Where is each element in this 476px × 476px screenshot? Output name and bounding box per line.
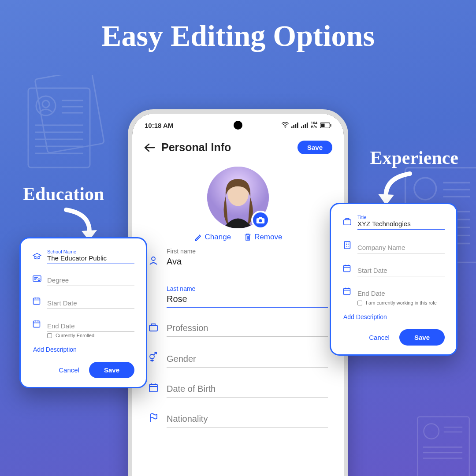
dob-field[interactable]: Date of Birth (148, 383, 328, 398)
briefcase-small-icon (342, 217, 352, 228)
school-value: The Educator Public (47, 254, 134, 262)
calendar-exp-end-icon (342, 287, 352, 298)
exp-save-button[interactable]: Save (399, 329, 445, 346)
last-name-label: Last name (167, 285, 328, 292)
exp-start-date-field[interactable]: Start Date (342, 264, 445, 276)
company-field[interactable]: Company Name (342, 240, 445, 253)
svg-rect-0 (35, 75, 104, 153)
phone-notch (234, 121, 242, 130)
briefcase-icon (148, 323, 160, 334)
svg-rect-53 (345, 242, 350, 249)
school-label: School Name (47, 249, 134, 254)
edu-start-date-field[interactable]: Start Date (32, 297, 134, 309)
callout-education: Education (23, 183, 104, 205)
wifi-icon (282, 122, 289, 128)
svg-rect-31 (293, 125, 294, 128)
svg-point-49 (38, 279, 40, 281)
trash-icon (244, 233, 251, 241)
school-name-field[interactable]: School NameThe Educator Public (32, 249, 134, 264)
graduate-icon (32, 253, 42, 262)
last-name-value: Rose (167, 294, 328, 305)
change-label: Change (205, 233, 231, 242)
edu-save-button[interactable]: Save (89, 362, 134, 378)
camera-icon (256, 216, 265, 224)
gender-placeholder: Gender (167, 354, 328, 364)
signal2-icon (301, 123, 308, 128)
svg-point-23 (424, 424, 439, 439)
working-checkbox[interactable] (357, 301, 362, 305)
svg-rect-52 (344, 219, 351, 225)
exp-add-description-link[interactable]: Add Description (343, 313, 445, 320)
exp-cancel-button[interactable]: Cancel (369, 334, 390, 341)
edu-end-placeholder: End Date (47, 322, 134, 330)
edu-add-description-link[interactable]: Add Description (33, 346, 134, 353)
status-time: 10:18 AM (145, 122, 173, 129)
screen-title: Personal Info (161, 141, 231, 154)
svg-rect-50 (33, 298, 40, 304)
svg-point-43 (259, 219, 262, 222)
svg-rect-51 (33, 321, 40, 327)
gender-field[interactable]: Gender (148, 352, 328, 368)
svg-rect-32 (295, 124, 297, 128)
pencil-icon (194, 233, 202, 241)
exp-start-placeholder: Start Date (357, 267, 445, 275)
svg-rect-34 (301, 126, 302, 128)
exp-end-date-field[interactable]: End Date (342, 287, 445, 299)
svg-point-44 (152, 257, 155, 260)
avatar-container (207, 167, 269, 228)
svg-rect-45 (149, 325, 157, 331)
first-name-field[interactable]: First nameAva (148, 248, 328, 270)
title-field[interactable]: TitleXYZ Technologies (342, 215, 445, 230)
title-label: Title (357, 215, 445, 220)
svg-rect-33 (297, 123, 298, 128)
signal-icon (291, 123, 298, 128)
svg-rect-55 (344, 288, 350, 294)
last-name-field[interactable]: Last nameRose (148, 285, 328, 308)
calendar-start-icon (32, 297, 42, 307)
nationality-placeholder: Nationality (167, 414, 328, 424)
calendar-exp-start-icon (342, 264, 352, 275)
calendar-end-icon (32, 320, 42, 330)
enrolled-label: Currently Enrolled (56, 333, 94, 338)
gender-icon (148, 352, 160, 365)
currently-enrolled-row[interactable]: Currently Enrolled (47, 333, 134, 338)
remove-label: Remove (254, 233, 282, 242)
currently-working-row[interactable]: I am currently working in this role (357, 300, 445, 305)
person-icon (148, 255, 160, 268)
svg-rect-35 (303, 125, 304, 128)
profession-field[interactable]: Profession (148, 323, 328, 337)
edu-start-placeholder: Start Date (47, 299, 134, 307)
degree-field[interactable]: Degree (32, 275, 134, 286)
first-name-label: First name (167, 248, 328, 255)
degree-placeholder: Degree (47, 276, 134, 284)
edu-cancel-button[interactable]: Cancel (59, 366, 79, 374)
battery-icon (320, 123, 331, 128)
back-icon[interactable] (144, 143, 155, 152)
profession-placeholder: Profession (167, 323, 328, 334)
save-button[interactable]: Save (298, 141, 332, 154)
svg-point-29 (285, 126, 286, 128)
app-bar: Personal Info Save (132, 131, 344, 159)
working-label: I am currently working in this role (366, 300, 437, 305)
svg-rect-39 (331, 124, 331, 126)
camera-button[interactable] (251, 211, 270, 229)
dob-placeholder: Date of Birth (167, 384, 328, 394)
svg-rect-54 (344, 265, 350, 271)
enrolled-checkbox[interactable] (47, 333, 52, 338)
title-value: XYZ Technologies (357, 220, 445, 228)
first-name-value: Ava (167, 257, 328, 267)
change-photo-button[interactable]: Change (194, 233, 231, 242)
page-title: Easy Editing Options (0, 19, 476, 53)
phone-frame: 10:18 AM 164B/s Personal Info Save (128, 109, 348, 476)
nationality-field[interactable]: Nationality (148, 413, 328, 428)
flag-icon (148, 413, 160, 425)
certificate-icon (32, 275, 42, 284)
edu-end-date-field[interactable]: End Date (32, 320, 134, 332)
svg-rect-40 (321, 123, 325, 127)
company-placeholder: Company Name (357, 244, 445, 252)
building-icon (342, 240, 352, 252)
education-card: School NameThe Educator Public Degree St… (19, 237, 147, 388)
callout-experience: Experience (370, 147, 458, 168)
svg-rect-30 (291, 126, 293, 128)
remove-photo-button[interactable]: Remove (244, 233, 282, 242)
